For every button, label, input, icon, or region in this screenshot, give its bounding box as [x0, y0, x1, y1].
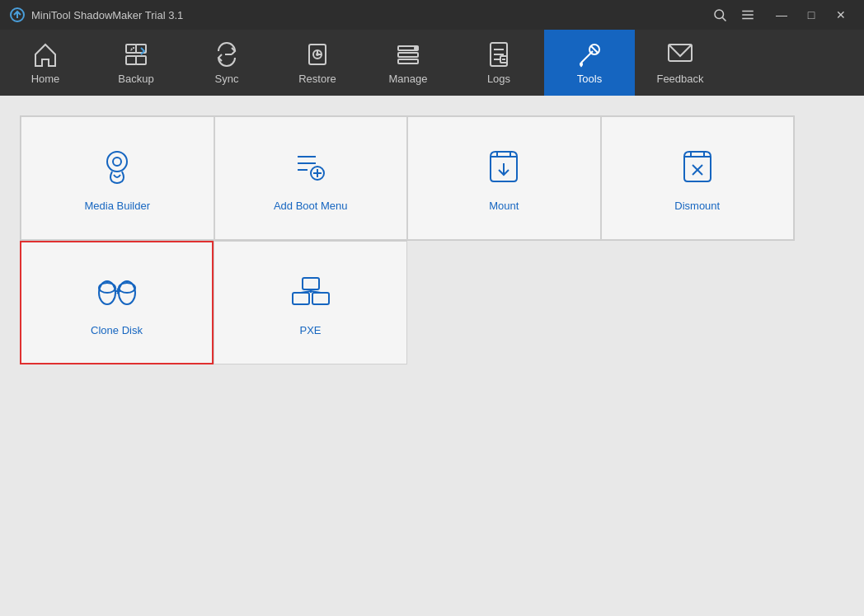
nav-item-restore[interactable]: Restore: [272, 30, 363, 96]
app-logo: [10, 7, 25, 22]
tool-mount[interactable]: Mount: [407, 116, 601, 240]
window-controls: — □ ✕: [768, 6, 854, 24]
svg-rect-9: [136, 56, 146, 64]
svg-point-12: [317, 54, 318, 55]
svg-rect-41: [312, 293, 329, 304]
nav-item-backup[interactable]: Backup: [91, 30, 181, 96]
nav-item-feedback[interactable]: Feedback: [635, 30, 725, 96]
tool-clone-disk[interactable]: Clone Disk: [20, 241, 214, 364]
svg-point-1: [715, 10, 724, 19]
tool-dismount[interactable]: Dismount: [601, 116, 795, 240]
svg-rect-14: [398, 53, 418, 57]
svg-point-36: [99, 283, 115, 293]
svg-rect-8: [126, 56, 136, 64]
menu-icon[interactable]: [740, 7, 755, 22]
clone-disk-label: Clone Disk: [91, 324, 143, 336]
app-title: MiniTool ShadowMaker Trial 3.1: [31, 9, 706, 21]
close-button[interactable]: ✕: [828, 6, 854, 24]
restore-icon: [304, 41, 331, 68]
tools-row2: Clone Disk PXE: [20, 241, 795, 364]
svg-line-45: [311, 291, 321, 293]
backup-icon: [123, 41, 149, 68]
empty-col-3: [407, 241, 601, 364]
nav-home-label: Home: [31, 73, 60, 85]
feedback-icon: [667, 41, 693, 68]
svg-rect-42: [303, 278, 319, 289]
nav-feedback-label: Feedback: [656, 73, 703, 85]
dismount-label: Dismount: [674, 200, 720, 212]
svg-line-44: [301, 291, 311, 293]
nav-tools-label: Tools: [577, 73, 602, 85]
minimize-button[interactable]: —: [768, 6, 795, 24]
add-boot-menu-label: Add Boot Menu: [274, 200, 348, 212]
manage-icon: [395, 41, 421, 68]
media-builder-label: Media Builder: [85, 200, 151, 212]
svg-point-26: [113, 158, 121, 166]
svg-rect-15: [398, 59, 418, 63]
nav-logs-label: Logs: [487, 73, 510, 85]
nav-manage-label: Manage: [389, 73, 428, 85]
title-bar: MiniTool ShadowMaker Trial 3.1 — □ ✕: [0, 0, 864, 30]
nav-item-manage[interactable]: Manage: [363, 30, 453, 96]
dismount-icon: [676, 145, 719, 188]
mount-label: Mount: [489, 200, 519, 212]
sync-icon: [214, 41, 240, 68]
nav-item-home[interactable]: Home: [0, 30, 91, 96]
tools-row1: Media Builder Add Boot Menu: [20, 115, 795, 241]
mount-icon: [482, 145, 525, 188]
tool-add-boot-menu[interactable]: Add Boot Menu: [214, 116, 408, 240]
svg-line-2: [722, 17, 725, 21]
svg-point-16: [415, 46, 418, 49]
nav-item-sync[interactable]: Sync: [181, 30, 272, 96]
home-icon: [32, 41, 59, 68]
navbar: Home Backup Sync Restor: [0, 30, 864, 96]
add-boot-menu-icon: [289, 145, 332, 188]
nav-item-tools[interactable]: Tools: [544, 30, 635, 96]
svg-point-25: [107, 152, 127, 172]
logs-icon: [486, 41, 512, 68]
nav-backup-label: Backup: [118, 73, 153, 85]
empty-col-4: [601, 241, 795, 364]
pxe-label: PXE: [299, 324, 321, 336]
content-area: Media Builder Add Boot Menu: [0, 96, 864, 616]
nav-restore-label: Restore: [298, 73, 336, 85]
svg-point-38: [119, 283, 135, 293]
nav-sync-label: Sync: [215, 73, 239, 85]
clone-disk-icon: [96, 270, 139, 313]
pxe-icon: [289, 270, 332, 313]
search-icon[interactable]: [712, 7, 727, 22]
maximize-button[interactable]: □: [798, 6, 824, 24]
svg-rect-40: [293, 293, 309, 304]
media-builder-icon: [96, 145, 139, 188]
tool-pxe[interactable]: PXE: [214, 241, 407, 364]
tools-icon: [576, 41, 603, 68]
tool-media-builder[interactable]: Media Builder: [21, 116, 214, 240]
nav-item-logs[interactable]: Logs: [453, 30, 544, 96]
